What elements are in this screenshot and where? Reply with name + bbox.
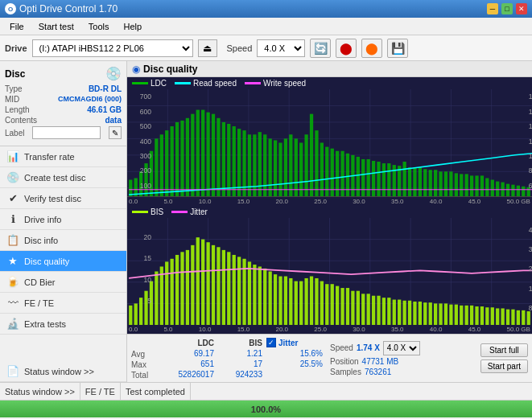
svg-rect-135: [196, 237, 200, 325]
top-chart-svg: 700 600 500 400 300 200 100 18X 16X 14X …: [127, 89, 532, 196]
progress-bar-container: 100.0%: [0, 400, 532, 417]
chart-header: ◉ Disc quality: [127, 61, 532, 77]
close-button[interactable]: ✕: [516, 3, 527, 14]
red-button[interactable]: ⬤: [336, 39, 357, 58]
svg-text:500: 500: [140, 122, 152, 130]
transfer-rate-icon: 📊: [6, 150, 19, 162]
menu-start-test[interactable]: Start test: [32, 20, 80, 33]
drive-select[interactable]: (I:) ATAPI iHBS112 2 PL06: [32, 39, 193, 57]
drive-info-icon: ℹ: [6, 213, 19, 225]
sidebar-item-create-test-disc[interactable]: 💿 Create test disc: [0, 167, 126, 188]
svg-rect-31: [206, 113, 209, 196]
disc-info-label: Disc info: [24, 236, 58, 245]
jitter-total: [266, 370, 323, 379]
svg-rect-198: [522, 310, 525, 325]
svg-rect-83: [475, 175, 478, 196]
svg-rect-174: [398, 300, 401, 325]
charts-area: LDC Read speed Write speed: [127, 77, 532, 334]
sidebar-item-verify-test-disc[interactable]: ✔ Verify test disc: [0, 188, 126, 209]
sidebar-item-fe-te[interactable]: 〰 FE / TE: [0, 293, 126, 314]
sidebar-item-disc-quality[interactable]: ★ Disc quality: [0, 251, 126, 272]
svg-rect-152: [284, 277, 287, 325]
svg-text:400: 400: [140, 138, 152, 146]
svg-text:8X: 8X: [529, 167, 532, 175]
samples-value: 763261: [365, 368, 391, 376]
label-label: Label: [5, 129, 24, 138]
svg-rect-191: [485, 307, 489, 325]
bottom-chart-svg: 20 15 10 5 40% 32% 24% 16% 8%: [127, 218, 532, 325]
svg-text:12X: 12X: [529, 138, 532, 146]
svg-rect-197: [517, 310, 520, 325]
label-input[interactable]: [32, 126, 101, 139]
svg-rect-29: [196, 110, 200, 196]
svg-rect-124: [139, 298, 142, 325]
svg-rect-33: [217, 118, 220, 196]
fe-te-button[interactable]: FE / TE: [80, 383, 121, 400]
cd-bier-icon: 🍺: [6, 276, 19, 288]
max-label: Max: [131, 360, 162, 369]
fe-te-icon: 〰: [6, 297, 19, 309]
status-window-button[interactable]: Status window >>: [0, 383, 80, 400]
ldc-avg: 69.17: [166, 349, 214, 358]
minimize-button[interactable]: ─: [487, 3, 498, 14]
sidebar-item-extra-tests[interactable]: 🔬 Extra tests: [0, 314, 126, 335]
test-completed-status: Test completed: [121, 383, 191, 400]
sidebar-item-disc-info[interactable]: 📋 Disc info: [0, 230, 126, 251]
svg-rect-81: [465, 174, 468, 196]
menu-help[interactable]: Help: [117, 20, 148, 33]
app-title: Opti Drive Control 1.70: [19, 3, 118, 14]
svg-rect-141: [227, 252, 230, 325]
svg-rect-164: [346, 288, 349, 325]
svg-text:32%: 32%: [529, 245, 532, 254]
svg-rect-72: [419, 167, 422, 196]
length-label: Length: [5, 105, 30, 114]
sidebar-item-transfer-rate[interactable]: 📊 Transfer rate: [0, 146, 126, 167]
sidebar-item-cd-bier[interactable]: 🍺 CD Bier: [0, 272, 126, 293]
position-value: 47731 MB: [362, 357, 399, 366]
svg-rect-172: [387, 298, 390, 325]
maximize-button[interactable]: □: [501, 3, 513, 14]
svg-text:8%: 8%: [529, 303, 532, 312]
svg-text:16%: 16%: [529, 284, 532, 293]
svg-rect-34: [222, 122, 225, 196]
svg-rect-87: [496, 182, 499, 196]
svg-rect-90: [511, 185, 514, 196]
orange-button[interactable]: ⬤: [361, 39, 382, 58]
start-full-button[interactable]: Start full: [480, 343, 528, 357]
svg-rect-136: [201, 240, 204, 325]
svg-rect-161: [331, 284, 334, 325]
svg-text:100: 100: [140, 182, 152, 190]
svg-rect-70: [408, 167, 411, 196]
svg-rect-53: [320, 143, 324, 197]
sidebar-item-status-window[interactable]: 📄 Status window >>: [0, 361, 126, 382]
svg-rect-50: [304, 134, 307, 196]
svg-rect-67: [393, 165, 396, 196]
svg-rect-65: [382, 163, 386, 196]
svg-text:15: 15: [143, 254, 151, 263]
svg-rect-44: [274, 140, 277, 196]
label-edit-button[interactable]: ✎: [109, 126, 122, 139]
save-button[interactable]: 💾: [387, 39, 408, 58]
svg-rect-181: [434, 303, 437, 325]
svg-rect-30: [201, 110, 204, 196]
disc-quality-icon: ★: [6, 255, 19, 267]
speed-stat-select[interactable]: 4.0 X: [383, 341, 420, 355]
start-part-button[interactable]: Start part: [480, 359, 528, 373]
chart-title: Disc quality: [143, 64, 197, 75]
svg-rect-138: [212, 245, 215, 325]
menu-tools[interactable]: Tools: [82, 20, 116, 33]
legend-read-speed-color: [175, 82, 191, 84]
jitter-checkbox[interactable]: ✓: [266, 338, 276, 347]
legend-jitter: Jitter: [171, 207, 208, 216]
sidebar-item-drive-info[interactable]: ℹ Drive info: [0, 209, 126, 230]
menu-file[interactable]: File: [3, 20, 31, 33]
refresh-button[interactable]: 🔄: [310, 39, 331, 58]
eject-button[interactable]: ⏏: [198, 39, 217, 57]
speed-select[interactable]: 4.0 X: [257, 39, 305, 57]
svg-rect-23: [165, 130, 168, 196]
disc-info-icon: 📋: [6, 234, 19, 246]
transfer-rate-label: Transfer rate: [24, 152, 75, 162]
svg-rect-190: [480, 306, 484, 325]
svg-rect-43: [269, 138, 272, 196]
legend-bis-label: BIS: [151, 207, 163, 216]
